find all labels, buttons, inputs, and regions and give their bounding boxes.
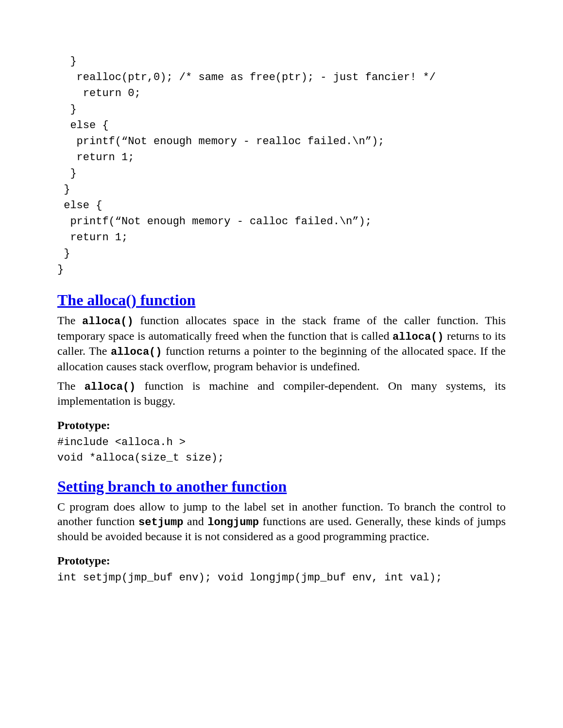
prototype-label: Prototype: [57, 419, 506, 432]
para-setjmp-1: C program does allow to jump to the labe… [57, 499, 506, 544]
prototype-code-setjmp: int setjmp(jmp_buf env); void longjmp(jm… [57, 570, 506, 586]
inline-code-longjump: longjump [207, 516, 259, 529]
inline-code-alloca: alloca() [85, 381, 136, 393]
para-alloca-2: The alloca() function is machine and com… [57, 379, 506, 409]
prototype-label: Prototype: [57, 554, 506, 567]
inline-code-alloca: alloca() [392, 331, 444, 343]
text-fragment: The [57, 314, 82, 327]
inline-code-alloca: alloca() [111, 346, 162, 358]
para-alloca-1: The alloca() function allocates space in… [57, 313, 506, 374]
heading-setjmp[interactable]: Setting branch to another function [57, 478, 506, 496]
text-fragment: The [57, 380, 85, 392]
code-block-main: } realloc(ptr,0); /* same as free(ptr); … [57, 53, 506, 278]
prototype-code-alloca: #include <alloca.h > void *alloca(size_t… [57, 435, 506, 466]
document-page: } realloc(ptr,0); /* same as free(ptr); … [0, 0, 563, 728]
inline-code-setjump: setjump [138, 516, 183, 529]
heading-alloca[interactable]: The alloca() function [57, 291, 506, 309]
text-fragment: and [183, 515, 207, 528]
inline-code-alloca: alloca() [82, 315, 134, 328]
